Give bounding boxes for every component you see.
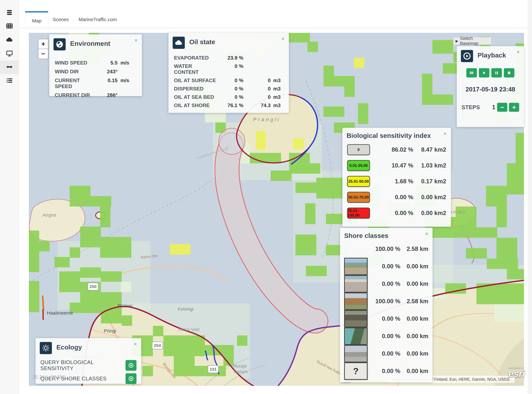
shore-row-3: 100.00 % 2.58 km	[340, 292, 433, 310]
map-label-haabneeme: Haabneeme	[47, 310, 73, 316]
legend-badge: 0	[347, 144, 370, 155]
shore-photo-marsh-wetland	[344, 310, 368, 327]
playback-title: Playback	[478, 50, 506, 59]
sidebar-item-list[interactable]	[0, 74, 19, 88]
sun-icon	[40, 342, 52, 354]
switch-basemap-button[interactable]: ▶ Switch Basemap	[453, 37, 491, 45]
caret-right-icon: ▶	[456, 39, 458, 43]
playback-steps-row: STEPS 1 − +	[457, 103, 524, 112]
shore-classes-panel: Shore classes × 100.00 % 2.58 km 0.00 % …	[340, 228, 433, 382]
query-bio-button[interactable]	[125, 360, 136, 371]
legend-badge: 50.01-75.00	[347, 192, 370, 203]
sidebar-item-table[interactable]	[0, 20, 19, 33]
bio-rows: 0 86.02 % 8.47 km2 0.01-25.00 10.47 % 1.…	[342, 142, 451, 221]
map-label-prangli: Prangli	[253, 117, 280, 122]
page-scrollbar[interactable]	[528, 0, 532, 394]
svg-text:101: 101	[210, 367, 217, 372]
shore-photo-sandy-beach	[344, 275, 368, 292]
legend-badge: 75.01-100.00	[347, 208, 370, 218]
zoom-out-button[interactable]: −	[38, 49, 48, 58]
left-toolbar	[0, 0, 19, 394]
sidebar-item-layers[interactable]	[0, 6, 19, 20]
svg-text:254: 254	[154, 343, 161, 348]
close-icon[interactable]: ×	[282, 36, 284, 41]
resize-horizontal-icon	[6, 63, 13, 71]
shore-row-4: 0.00 % 0.00 km	[340, 310, 433, 327]
env-row-wind-speed: WIND SPEED 5.5 m/s	[49, 58, 142, 67]
map-label-puunsi: Püünsi	[118, 303, 132, 308]
play-button[interactable]	[479, 68, 489, 78]
close-icon[interactable]: ×	[425, 231, 428, 236]
legend-badge: 25.01-50.00	[347, 176, 370, 187]
road-badge-254: 254	[152, 342, 163, 349]
steps-increment-button[interactable]: +	[509, 103, 519, 112]
oil-row-dispersed: DISPERSED0 %0m3	[168, 84, 289, 93]
cloud-tile-icon	[173, 37, 185, 49]
shore-row-0: 100.00 % 2.58 km	[340, 240, 433, 258]
ecology-rows: QUERY BIOLOGICAL SENSITIVITY QUERY SHORE…	[36, 358, 141, 385]
env-row-wind-dir: WIND DIR 243°	[49, 67, 142, 76]
shore-row-1: 0.00 % 0.00 km	[340, 258, 433, 275]
close-icon[interactable]: ×	[443, 131, 447, 136]
road-badge-101: 101	[208, 366, 219, 373]
map-label-aegna: Aegna	[42, 212, 56, 218]
shore-photo-boulder-shore	[344, 293, 368, 310]
oil-row-seabed: OIL AT SEA BED0 %0m3	[168, 93, 289, 101]
esri-brand: esri	[508, 369, 524, 378]
oil-state-rows: EVAPORATED23.9 % WATER CONTENT0 % OIL AT…	[168, 54, 289, 109]
close-icon[interactable]: ×	[517, 50, 520, 54]
list-icon	[6, 77, 13, 85]
road-badge-250: 250	[88, 283, 98, 290]
map-label-pringi: Pringi	[104, 328, 116, 333]
stop-button[interactable]	[504, 68, 514, 78]
tab-scenes[interactable]: Scenes	[46, 11, 75, 28]
shore-row-2: 0.00 % 0.00 km	[340, 275, 433, 292]
steps-label: STEPS	[462, 104, 480, 110]
oil-state-title: Oil state	[189, 37, 215, 46]
tab-map[interactable]: Map	[25, 11, 48, 29]
globe-icon	[53, 38, 66, 50]
query-bio-label: QUERY BIOLOGICAL SENSITIVITY	[40, 359, 125, 371]
steps-value: 1	[492, 104, 495, 111]
map-label-muuga-1: Muuga	[233, 363, 247, 368]
steps-decrement-button[interactable]: −	[497, 103, 507, 112]
shore-photo-cliff-shore	[344, 327, 368, 345]
shore-row-5: 0.00 % 0.00 km	[340, 327, 433, 345]
query-shore-button[interactable]	[125, 373, 136, 384]
layers-stack-icon	[6, 9, 13, 17]
oil-row-evaporated: EVAPORATED23.9 %	[168, 54, 289, 62]
close-icon[interactable]: ×	[135, 38, 137, 43]
legend-badge: 0.01-25.00	[347, 160, 370, 171]
cloud-icon	[6, 36, 13, 44]
bio-sensitivity-panel: Biological sensitivity index × 0 86.02 %…	[342, 128, 451, 227]
tab-marinetraffic[interactable]: MarineTraffic.com	[72, 11, 124, 28]
bio-row-2: 25.01-50.00 1.68 % 0.17 km2	[342, 173, 451, 189]
sidebar-item-cloud[interactable]	[0, 33, 19, 47]
map-label-viimsi: Viimsi Vald	[178, 327, 199, 332]
svg-text:250: 250	[89, 284, 96, 289]
close-icon[interactable]: ×	[134, 342, 137, 347]
zoom-in-button[interactable]: +	[38, 39, 48, 49]
map-frame-button[interactable]	[466, 68, 477, 78]
bio-title: Biological sensitivity index	[347, 132, 431, 140]
bio-row-4: 75.01-100.00 0.00 % 0.00 km2	[342, 205, 451, 221]
esri-logo: POWERED BY esri	[508, 367, 524, 378]
sidebar-item-monitor[interactable]	[0, 47, 19, 60]
oil-row-shore: OIL AT SHORE76.1 %74.3m3	[168, 101, 289, 109]
tab-divider	[19, 28, 532, 28]
no-photo-placeholder	[344, 241, 366, 257]
environment-title: Environment	[70, 38, 110, 47]
sidebar-item-resize[interactable]	[0, 61, 19, 74]
bio-row-0: 0 86.02 % 8.47 km2	[342, 142, 451, 158]
table-icon	[6, 22, 13, 30]
playback-buttons	[457, 68, 524, 78]
oil-row-water-content: WATER CONTENT0 %	[168, 62, 289, 76]
shore-rows: 100.00 % 2.58 km 0.00 % 0.00 km 0.00 % 0…	[340, 240, 433, 380]
shore-row-6: 0.00 % 0.00 km	[340, 345, 433, 362]
pause-button[interactable]	[491, 68, 502, 78]
env-row-current-dir: CURRENT DIR 286°	[49, 91, 142, 100]
query-bio-row: QUERY BIOLOGICAL SENSITIVITY	[36, 358, 141, 372]
play-circle-icon	[461, 50, 473, 62]
shore-photo-pebble-beach	[344, 345, 368, 362]
shore-photo-grassy-gravel	[344, 258, 368, 275]
